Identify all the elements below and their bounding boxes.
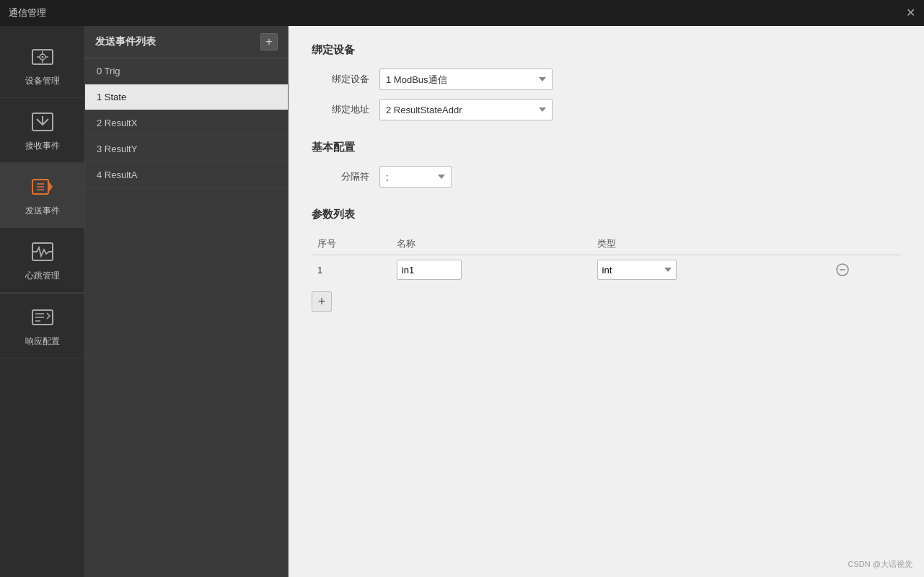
- event-list-title: 发送事件列表: [95, 35, 156, 48]
- receive-icon: [29, 108, 56, 136]
- event-item-0[interactable]: 0 Trig: [85, 58, 288, 84]
- device-label: 绑定设备: [312, 73, 369, 86]
- device-row: 绑定设备 1 ModBus通信: [312, 69, 901, 90]
- title-bar: 通信管理 ✕: [0, 0, 924, 26]
- event-list-header: 发送事件列表 +: [85, 26, 288, 58]
- main-content: 绑定设备 绑定设备 1 ModBus通信 绑定地址 2 ResultStateA…: [289, 26, 924, 577]
- sidebar-item-device-mgmt[interactable]: 设备管理: [0, 33, 84, 98]
- delete-param-button[interactable]: [835, 262, 850, 278]
- send-icon: [29, 173, 56, 201]
- sidebar-label-device-mgmt: 设备管理: [25, 75, 60, 87]
- separator-row: 分隔符 ;: [312, 166, 901, 188]
- bind-section: 绑定设备 绑定设备 1 ModBus通信 绑定地址 2 ResultStateA…: [312, 43, 901, 120]
- sidebar-item-receive-event[interactable]: 接收事件: [0, 98, 84, 163]
- param-name-input[interactable]: [397, 260, 462, 280]
- sidebar-item-heartbeat-mgmt[interactable]: 心跳管理: [0, 228, 84, 293]
- address-row: 绑定地址 2 ResultStateAddr: [312, 99, 901, 120]
- param-name-cell: [391, 255, 591, 285]
- event-item-2[interactable]: 2 ResultX: [85, 110, 288, 136]
- main-layout: 设备管理 接收事件 发送事件: [0, 26, 924, 577]
- close-button[interactable]: ✕: [906, 7, 915, 19]
- address-select[interactable]: 2 ResultStateAddr: [379, 99, 553, 120]
- col-type: 类型: [591, 233, 830, 255]
- table-row: 1 int: [312, 255, 901, 285]
- add-param-button[interactable]: +: [312, 291, 332, 312]
- device-icon: [29, 43, 56, 71]
- params-table: 序号 名称 类型 1 int: [312, 233, 901, 284]
- param-index: 1: [312, 255, 391, 285]
- separator-label: 分隔符: [312, 170, 369, 183]
- add-event-button[interactable]: +: [260, 33, 278, 50]
- separator-select[interactable]: ;: [379, 166, 452, 188]
- params-section-title: 参数列表: [312, 208, 901, 221]
- params-section: 参数列表 序号 名称 类型 1: [312, 208, 901, 312]
- param-type-select[interactable]: int: [597, 260, 677, 280]
- col-name: 名称: [391, 233, 591, 255]
- address-label: 绑定地址: [312, 103, 369, 116]
- basic-section: 基本配置 分隔符 ;: [312, 141, 901, 188]
- basic-section-title: 基本配置: [312, 141, 901, 154]
- bind-section-title: 绑定设备: [312, 43, 901, 57]
- sidebar-label-response-config: 响应配置: [25, 335, 60, 348]
- param-delete-cell: [829, 255, 901, 285]
- device-select[interactable]: 1 ModBus通信: [379, 69, 553, 90]
- heartbeat-icon: [29, 238, 56, 265]
- svg-point-6: [41, 56, 43, 58]
- col-index: 序号: [312, 233, 391, 255]
- watermark: CSDN @大话视觉: [848, 559, 912, 570]
- sidebar-label-receive-event: 接收事件: [25, 140, 60, 152]
- col-action: [829, 233, 901, 255]
- nav-sidebar: 设备管理 接收事件 发送事件: [0, 26, 85, 577]
- sidebar-label-heartbeat-mgmt: 心跳管理: [25, 270, 60, 282]
- event-item-4[interactable]: 4 ResultA: [85, 162, 288, 188]
- window-title: 通信管理: [9, 6, 46, 19]
- sidebar-item-response-config[interactable]: 响应配置: [0, 294, 84, 358]
- response-icon: [29, 304, 56, 331]
- event-item-3[interactable]: 3 ResultY: [85, 136, 288, 162]
- event-list-items: 0 Trig 1 State 2 ResultX 3 ResultY 4 Res…: [85, 58, 288, 577]
- event-item-1[interactable]: 1 State: [85, 84, 288, 110]
- sidebar-label-send-event: 发送事件: [25, 205, 60, 217]
- param-type-cell: int: [591, 255, 830, 285]
- event-list-panel: 发送事件列表 + 0 Trig 1 State 2 ResultX 3 Resu…: [85, 26, 289, 577]
- sidebar-item-send-event[interactable]: 发送事件: [0, 163, 84, 228]
- svg-marker-10: [48, 181, 53, 193]
